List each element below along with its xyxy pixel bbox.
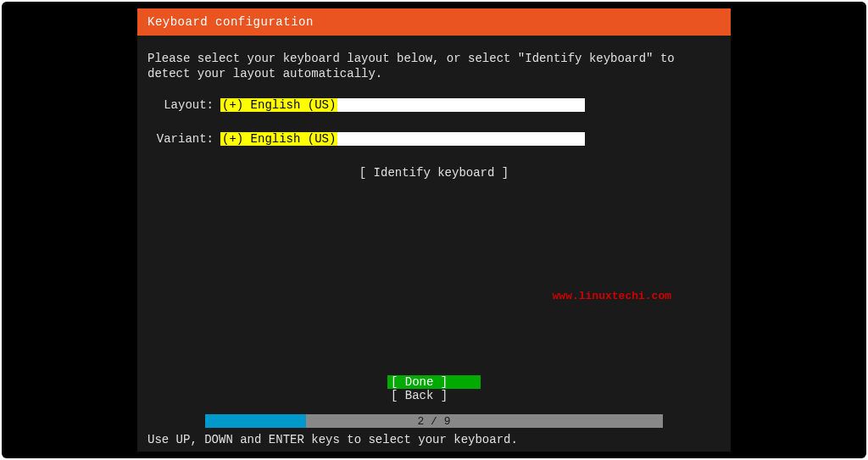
watermark-text: www.linuxtechi.com [553, 290, 671, 302]
variant-row: Variant: (+) English (US) [147, 132, 721, 146]
progress-bar: 2 / 9 [205, 414, 663, 428]
layout-row: Layout: (+) English (US) [147, 98, 721, 112]
outer-frame: Keyboard configuration Please select you… [2, 2, 866, 458]
header-bar: Keyboard configuration [137, 8, 731, 36]
content-area: Please select your keyboard layout below… [137, 36, 731, 452]
progress-fill [205, 414, 306, 428]
installer-window: Keyboard configuration Please select you… [137, 8, 731, 452]
variant-label: Variant: [147, 132, 220, 146]
identify-keyboard-button[interactable]: [ Identify keyboard ] [147, 166, 721, 180]
variant-value: (+) English (US) [220, 132, 337, 146]
keyboard-hint: Use UP, DOWN and ENTER keys to select yo… [147, 433, 518, 446]
variant-dropdown[interactable]: (+) English (US) [220, 132, 585, 146]
layout-dropdown[interactable]: (+) English (US) [220, 98, 585, 112]
layout-value: (+) English (US) [220, 98, 337, 112]
variant-tail [337, 132, 585, 146]
layout-tail [337, 98, 585, 112]
action-buttons: [ Done ] [ Back ] [387, 375, 481, 402]
page-title: Keyboard configuration [147, 15, 314, 29]
done-button[interactable]: [ Done ] [387, 375, 481, 389]
layout-label: Layout: [147, 98, 220, 112]
progress-text: 2 / 9 [417, 415, 450, 428]
progress-section: 2 / 9 [147, 414, 721, 428]
instruction-text: Please select your keyboard layout below… [147, 51, 721, 81]
back-button[interactable]: [ Back ] [387, 389, 481, 402]
